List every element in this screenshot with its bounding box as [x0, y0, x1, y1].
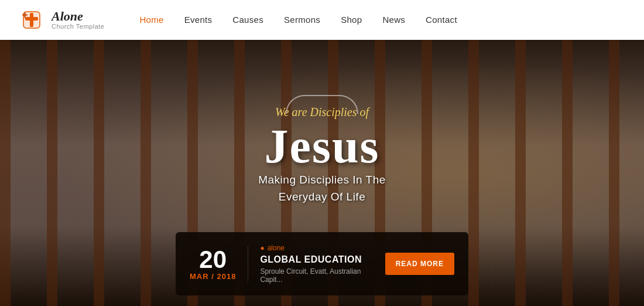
svg-rect-3: [25, 17, 38, 21]
nav-item-contact[interactable]: Contact: [426, 15, 457, 25]
site-tagline: Church Template: [52, 23, 104, 30]
navbar: Alone Church Template Home Events Causes…: [0, 0, 644, 40]
logo[interactable]: Alone Church Template: [18, 6, 104, 34]
event-month-year: MAR / 2018: [190, 272, 236, 281]
nav-item-causes[interactable]: Causes: [232, 15, 263, 25]
read-more-button[interactable]: READ MORE: [385, 253, 454, 275]
nav-link-causes[interactable]: Causes: [232, 15, 263, 25]
nav-link-sermons[interactable]: Sermons: [284, 15, 320, 25]
hero-subtitle-line1: Making Disciplies In The: [258, 174, 386, 186]
svg-rect-5: [22, 14, 28, 16]
nav-item-sermons[interactable]: Sermons: [284, 15, 320, 25]
hero-tagline: We are Disciplies of: [275, 106, 369, 119]
hero-main-text: Jesus: [265, 123, 380, 171]
logo-text: Alone Church Template: [52, 10, 104, 30]
event-date: 20 MAR / 2018: [190, 247, 236, 281]
event-divider: [248, 246, 248, 281]
logo-icon: [18, 6, 46, 34]
nav-item-shop[interactable]: Shop: [341, 15, 362, 25]
event-author-name: alone: [268, 244, 285, 252]
nav-link-news[interactable]: News: [382, 15, 405, 25]
event-day: 20: [190, 247, 236, 272]
event-info: ● alone GLOBAL EDUCATION Sproule Circuit…: [260, 244, 373, 284]
nav-link-shop[interactable]: Shop: [341, 15, 362, 25]
site-name: Alone: [52, 10, 104, 23]
nav-links: Home Events Causes Sermons Shop News Con…: [139, 15, 457, 25]
event-card: 20 MAR / 2018 ● alone GLOBAL EDUCATION S…: [176, 232, 468, 295]
nav-link-contact[interactable]: Contact: [426, 15, 457, 25]
event-title: GLOBAL EDUCATION: [260, 254, 373, 265]
nav-item-news[interactable]: News: [382, 15, 405, 25]
nav-item-events[interactable]: Events: [184, 15, 213, 25]
person-icon: ●: [260, 244, 264, 252]
nav-item-home[interactable]: Home: [139, 15, 163, 25]
event-location: Sproule Circuit, Evatt, Australian Capit…: [260, 267, 373, 284]
event-author: ● alone: [260, 244, 373, 252]
nav-link-events[interactable]: Events: [184, 15, 213, 25]
nav-link-home[interactable]: Home: [139, 15, 163, 25]
hero-subtitle: Making Disciplies In The Everyday Of Lif…: [258, 172, 386, 205]
hero-subtitle-line2: Everyday Of Life: [279, 191, 365, 203]
